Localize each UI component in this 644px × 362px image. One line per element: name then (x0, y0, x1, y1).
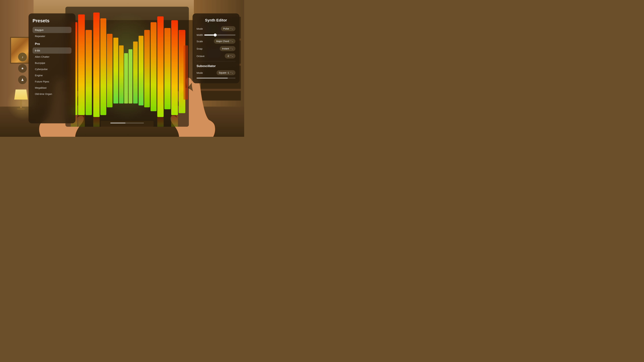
svg-rect-15 (150, 22, 157, 111)
lamp-base (20, 99, 22, 108)
scale-value: Major Chord (216, 40, 229, 42)
sub-mode-dropdown[interactable]: Square -1 ⌃⌄ (216, 70, 236, 75)
presets-title: Presets (32, 18, 72, 23)
sub-mode-label: Mode (196, 71, 203, 74)
svg-rect-21 (184, 45, 188, 99)
presets-panel: Presets Raygun Repeater Pro 8-Bit Alien … (28, 13, 76, 123)
star-icon: ★ (21, 66, 24, 70)
width-label: Width (196, 33, 203, 36)
width-row: Width (196, 33, 236, 36)
svg-rect-6 (100, 18, 106, 115)
visualizer-svg (66, 7, 189, 127)
preset-item-old-time-organ[interactable]: Old-time Organ (32, 91, 72, 97)
person-icon: ♟ (21, 78, 24, 82)
octave-chevron-icon: ⌃⌄ (230, 55, 233, 57)
lamp-shade (14, 89, 28, 99)
preset-item-8bit[interactable]: 8-Bit (32, 47, 72, 54)
octave-row: Octave -2 ⌃⌄ (196, 53, 236, 58)
snap-dropdown[interactable]: Instant ⌃⌄ (220, 46, 236, 51)
width-slider[interactable] (204, 34, 236, 35)
mode-chevron-icon: ⌃⌄ (230, 28, 233, 30)
preset-item-alien-chatter[interactable]: Alien Chatter (32, 54, 72, 60)
svg-rect-23 (78, 115, 85, 127)
svg-rect-5 (93, 12, 100, 117)
octave-label: Octave (196, 55, 204, 57)
music-icon: ♪ (22, 55, 23, 59)
svg-rect-7 (107, 34, 112, 107)
shelf-board-3 (200, 89, 241, 91)
svg-rect-11 (128, 49, 132, 103)
svg-rect-26 (171, 115, 178, 127)
svg-rect-12 (133, 41, 138, 104)
mode-row: Mode Pulse ⌃⌄ (196, 26, 236, 31)
svg-rect-4 (86, 30, 92, 115)
width-slider-thumb[interactable] (214, 33, 217, 36)
preset-item-repeater[interactable]: Repeater (32, 33, 72, 39)
music-nav-button[interactable]: ♪ (18, 53, 27, 61)
svg-rect-9 (119, 45, 124, 103)
svg-rect-8 (113, 38, 118, 104)
octave-value: -2 (227, 55, 229, 57)
svg-rect-10 (124, 53, 128, 103)
preset-item-cyberpulse[interactable]: Cyberpulse (32, 66, 72, 72)
preset-item-megablast[interactable]: Megablast (32, 85, 72, 91)
mode-value: Pulse (223, 27, 229, 30)
synth-panel: Synth Editor Mode Pulse ⌃⌄ Width Scale M… (192, 13, 240, 83)
preset-item-future-pipes[interactable]: Future Pipes (32, 78, 72, 85)
sub-mode-row: Mode Square -1 ⌃⌄ (196, 70, 236, 75)
svg-rect-14 (144, 30, 150, 107)
preset-item-engine[interactable]: Engine (32, 72, 72, 78)
mode-label: Mode (196, 27, 203, 30)
visualizer (66, 7, 189, 127)
progress-fill (110, 123, 126, 123)
navigation-icons: ♪ ★ ♟ (18, 53, 27, 84)
snap-label: Snap (196, 47, 202, 50)
svg-rect-27 (100, 121, 154, 127)
scale-dropdown[interactable]: Major Chord ⌃⌄ (214, 39, 236, 44)
preset-item-raygun[interactable]: Raygun (32, 27, 72, 33)
octave-dropdown[interactable]: -2 ⌃⌄ (225, 53, 236, 58)
svg-rect-16 (157, 16, 164, 117)
lamp (14, 89, 28, 110)
snap-row: Snap Instant ⌃⌄ (196, 46, 236, 51)
sub-mode-value: Square -1 (219, 71, 229, 74)
svg-rect-13 (138, 36, 144, 105)
svg-rect-3 (78, 14, 85, 115)
scale-row: Scale Major Chord ⌃⌄ (196, 39, 236, 44)
sub-volume-bar[interactable] (196, 78, 236, 79)
svg-rect-25 (157, 117, 164, 127)
avatar-nav-button[interactable]: ♟ (18, 75, 27, 84)
width-slider-container[interactable] (204, 34, 236, 35)
svg-rect-24 (93, 117, 100, 127)
svg-rect-18 (171, 20, 178, 115)
scale-label: Scale (196, 40, 203, 43)
synth-divider (196, 61, 236, 61)
playback-progress[interactable] (110, 123, 144, 123)
snap-value: Instant (222, 47, 229, 50)
suboscillator-title: Suboscillator (196, 64, 236, 68)
snap-chevron-icon: ⌃⌄ (230, 48, 233, 50)
lamp-foot (17, 108, 25, 110)
scale-chevron-icon: ⌃⌄ (230, 40, 233, 42)
sub-volume-fill (196, 78, 228, 79)
favorites-nav-button[interactable]: ★ (18, 64, 27, 73)
sub-mode-chevron-icon: ⌃⌄ (230, 72, 233, 74)
synth-panel-title: Synth Editor (196, 18, 236, 22)
mode-dropdown[interactable]: Pulse ⌃⌄ (221, 26, 236, 31)
svg-rect-17 (164, 28, 171, 109)
preset-item-buzzpipe[interactable]: Buzzpipe (32, 60, 72, 66)
pro-section-title: Pro (35, 42, 72, 46)
